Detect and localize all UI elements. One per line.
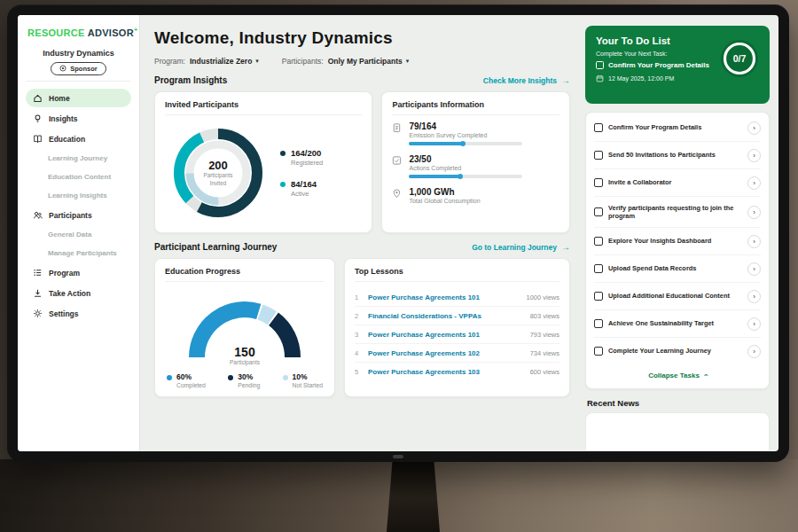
learning-journey-header: Participant Learning Journey Go to Learn… [154,242,570,252]
checkbox-icon[interactable] [594,347,603,356]
task-row[interactable]: Upload Spend Data Records › [594,255,761,283]
sidebar-item-education[interactable]: Education [26,129,131,148]
gear-icon [33,309,43,318]
sidebar-item-take-action[interactable]: Take Action [26,284,131,302]
chevron-right-icon[interactable]: › [747,290,761,303]
sidebar-item-learning-journey[interactable]: Learning Journey [26,150,131,167]
task-row[interactable]: Upload Additional Educational Content › [594,283,761,310]
education-count: 150 [178,345,311,359]
lesson-row[interactable]: 3 Power Purchase Agreements 101 793 view… [355,325,559,344]
program-insights-title: Program Insights [154,75,227,85]
download-icon [33,288,43,298]
main-content: Welcome, Industry Dynamics Program: Indu… [140,15,582,451]
task-row[interactable]: Explore Your Insights Dashboard › [594,228,761,255]
chevron-right-icon[interactable]: › [747,206,761,219]
chevron-right-icon[interactable]: › [747,262,761,276]
sidebar-item-learning-insights[interactable]: Learning Insights [26,187,131,204]
brand-secondary: ADVISOR [88,27,134,38]
education-progress-card: Education Progress 150 Participants [154,258,335,397]
dashboard-screen: RESOURCE ADVISOR+ Industry Dynamics Spon… [18,15,778,451]
participants-filter[interactable]: Participants: Only My Participants ▾ [282,57,409,66]
chevron-right-icon[interactable]: › [747,121,761,135]
home-icon [33,93,43,103]
donut-center: 200 Participants Invited [168,123,268,223]
not-started-dot-icon [283,375,288,380]
task-row[interactable]: Verify participants requesting to join t… [594,197,761,228]
go-to-learning-journey-link[interactable]: Go to Learning Journey → [472,242,570,252]
todo-panel: Your To Do List Complete Your Next Task:… [582,15,778,451]
arrow-right-icon: → [561,75,570,85]
invited-participants-title: Invited Participants [165,100,362,115]
filters-row: Program: Industrialize Zero ▾ Participan… [154,57,570,66]
task-row[interactable]: Achieve One Sustainability Target › [594,310,761,338]
task-row[interactable]: Invite a Collaborator › [594,169,761,197]
recent-news-title: Recent News [587,398,768,408]
legend-active: 84/164 Active [280,179,323,198]
legend-registered: 164/200 Registered [280,148,323,167]
invited-donut-chart: 200 Participants Invited [168,123,268,223]
checkbox-icon[interactable] [594,178,603,187]
sponsor-badge[interactable]: Sponsor [51,62,106,75]
gauge-center: 150 Participants [178,345,311,365]
sidebar: RESOURCE ADVISOR+ Industry Dynamics Spon… [18,15,140,451]
task-row[interactable]: Complete Your Learning Journey › [594,338,761,364]
sidebar-item-manage-participants[interactable]: Manage Participants [26,245,131,262]
actions-completed-stat: 23/50 Actions Completed [392,154,559,178]
chevron-right-icon[interactable]: › [747,176,761,190]
checkbox-icon[interactable] [596,61,604,69]
program-filter[interactable]: Program: Industrialize Zero ▾ [154,57,259,66]
active-dot-icon [280,182,286,187]
sidebar-item-participants[interactable]: Participants [26,206,131,224]
sidebar-item-insights[interactable]: Insights [26,109,131,128]
lesson-row[interactable]: 4 Power Purchase Agreements 102 734 view… [355,344,559,363]
checkbox-icon[interactable] [594,237,603,246]
learning-journey-title: Participant Learning Journey [154,242,277,252]
chevron-right-icon[interactable]: › [747,317,761,331]
emission-survey-stat: 79/164 Emission Survey Completed [392,121,559,145]
collapse-tasks-button[interactable]: Collapse Tasks › [594,364,761,387]
monitor-bezel: RESOURCE ADVISOR+ Industry Dynamics Spon… [7,4,789,462]
chevron-right-icon[interactable]: › [747,235,761,248]
chevron-right-icon[interactable]: › [747,345,761,358]
lightbulb-icon [33,113,43,123]
checklist-icon [392,155,402,166]
task-row[interactable]: Send 50 Invitations to Participants › [594,142,761,169]
checkbox-icon[interactable] [594,319,603,328]
task-row[interactable]: Confirm Your Program Details › [594,114,761,142]
sponsor-label: Sponsor [70,65,97,73]
sidebar-item-program[interactable]: Program [26,263,131,282]
sidebar-item-home[interactable]: Home [26,89,131,107]
program-filter-value: Industrialize Zero [190,57,252,66]
program-insights-cards: Invited Participants [154,91,570,233]
check-more-insights-link[interactable]: Check More Insights → [483,75,570,85]
lesson-row[interactable]: 2 Financial Considerations - VPPAs 803 v… [355,307,559,325]
participants-icon [33,210,43,220]
sidebar-item-settings[interactable]: Settings [26,304,131,323]
checkbox-icon[interactable] [594,207,603,216]
progress-bar [409,175,522,178]
checkbox-icon[interactable] [594,151,603,160]
org-block: Industry Dynamics Sponsor [26,49,131,76]
org-name: Industry Dynamics [26,49,131,58]
chevron-right-icon[interactable]: › [747,149,761,162]
participants-filter-label: Participants: [282,57,324,66]
participants-filter-value: Only My Participants [328,57,403,66]
page-title: Welcome, Industry Dynamics [154,28,570,48]
checkbox-icon[interactable] [594,292,603,301]
sidebar-item-general-data[interactable]: General Data [26,226,131,243]
todo-summary-card: Your To Do List Complete Your Next Task:… [585,26,770,104]
learning-journey-cards: Education Progress 150 Participants [154,258,570,397]
monitor-stand [387,454,440,532]
legend-completed: 60% Completed [167,372,206,388]
lesson-row[interactable]: 5 Power Purchase Agreements 103 600 view… [355,363,559,380]
chevron-up-icon: › [700,374,709,377]
lesson-row[interactable]: 1 Power Purchase Agreements 101 1000 vie… [355,288,559,307]
sidebar-item-education-content[interactable]: Education Content [26,168,131,185]
todo-progress-ring: 0/7 [719,38,760,79]
progress-bar [409,142,522,145]
registered-dot-icon [280,151,286,156]
brand-primary: RESOURCE [27,27,85,38]
legend-pending: 30% Pending [228,372,260,388]
checkbox-icon[interactable] [594,123,603,132]
checkbox-icon[interactable] [594,264,603,273]
